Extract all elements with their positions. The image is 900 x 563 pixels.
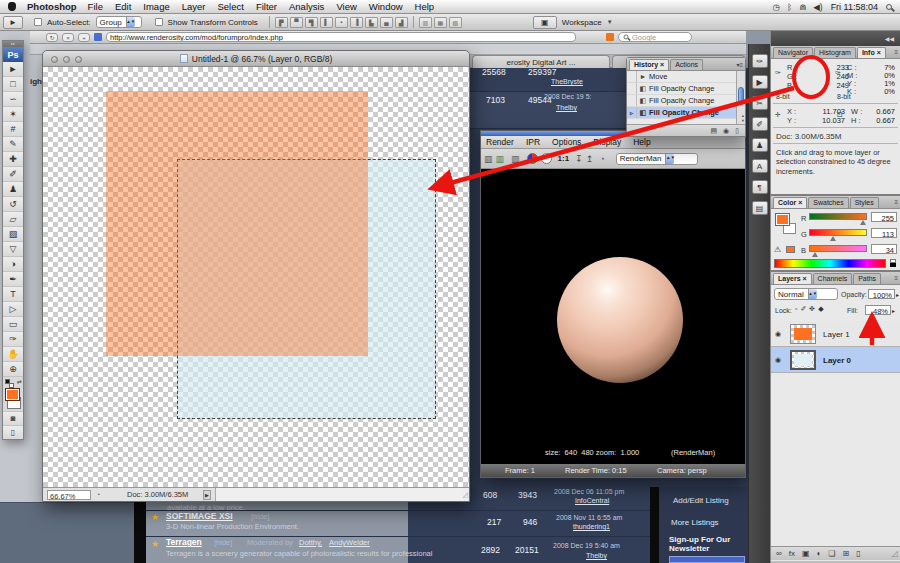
tab-swatches[interactable]: Swatches	[808, 197, 848, 208]
status-arrow-button[interactable]: ▶	[203, 490, 211, 500]
align-button[interactable]: ▄	[380, 17, 393, 28]
notes-tool[interactable]: ✑	[3, 332, 23, 347]
g-slider-thumb[interactable]	[830, 236, 836, 241]
layer0-thumbnail[interactable]	[790, 350, 816, 370]
align-button[interactable]: ▟	[395, 17, 408, 28]
layer-comps-panel-icon[interactable]: ▤	[752, 201, 768, 215]
panel-menu-icon[interactable]: ▾≡	[736, 61, 743, 68]
tab-layers[interactable]: Layers ×	[773, 273, 812, 284]
magic-wand-tool[interactable]: ✶	[3, 107, 23, 122]
sidebar-link-add-listing[interactable]: Add/Edit Listing	[673, 497, 729, 505]
history-brush-tool[interactable]: ↺	[3, 197, 23, 212]
r-slider[interactable]	[809, 213, 867, 220]
google-search-field[interactable]: Google	[618, 32, 692, 42]
auto-select-checkbox[interactable]	[34, 18, 42, 26]
url-field[interactable]: http://www.renderosity.com/mod/forumpro/…	[106, 32, 576, 42]
render-icon[interactable]: ▥	[484, 154, 493, 164]
panel-menu-icon[interactable]: ≡	[894, 49, 898, 55]
new-document-from-state-icon[interactable]: ▤	[710, 127, 717, 135]
panel-menu-icon[interactable]: ≡	[894, 275, 898, 281]
history-scrollbar[interactable]: ▴▾	[736, 71, 745, 124]
opacity-field[interactable]: 100%	[868, 289, 895, 299]
tab-color[interactable]: Color ×	[773, 197, 807, 208]
distribute-button[interactable]: ▥	[419, 17, 432, 28]
renderer-dropdown[interactable]: RenderMan▲▼	[616, 153, 698, 165]
zoom-level-field[interactable]: 66.67%	[47, 490, 91, 500]
quick-mask-button[interactable]: ◙	[3, 411, 23, 425]
link-layers-icon[interactable]: ∞	[776, 549, 782, 558]
document-titlebar[interactable]: Untitled-1 @ 66.7% (Layer 0, RGB/8)	[43, 51, 469, 67]
history-row[interactable]: ◧Fill Opacity Change	[627, 95, 745, 107]
menu-item[interactable]: Layer	[182, 1, 206, 12]
history-row[interactable]: ◧Fill Opacity Change	[627, 83, 745, 95]
new-layer-icon[interactable]: ⊞	[843, 549, 850, 558]
snapshot-well[interactable]	[627, 71, 637, 82]
b-slider[interactable]	[809, 245, 867, 252]
tool-presets-panel-icon[interactable]: ▶	[752, 75, 768, 89]
forum-title-link[interactable]: Terragen	[166, 538, 202, 547]
scroll-arrows-icon[interactable]: ▴▾	[742, 114, 744, 124]
visibility-eye-icon[interactable]: ◉	[775, 330, 781, 338]
paragraph-panel-icon[interactable]: ¶	[752, 180, 768, 194]
tab-history[interactable]: History ×	[629, 59, 669, 70]
menu-item[interactable]: File	[88, 1, 103, 12]
opacity-arrow-icon[interactable]: ▸	[896, 291, 899, 298]
screen-mode-button[interactable]: ▯	[3, 425, 23, 439]
resize-grip-icon[interactable]: ◿	[892, 550, 898, 558]
minimize-button[interactable]	[63, 56, 70, 63]
forum-author-link[interactable]: TheBryste	[551, 78, 583, 85]
healing-brush-tool[interactable]: ✚	[3, 152, 23, 167]
snapshot-well[interactable]	[627, 83, 637, 94]
render-menu-item[interactable]: Options	[552, 137, 581, 147]
workspace-icon-button[interactable]: ▣	[533, 16, 557, 29]
brush-tool[interactable]: ✐	[3, 167, 23, 182]
align-button[interactable]: ▐	[350, 17, 363, 28]
zoom-tool[interactable]: ⊕	[3, 362, 23, 377]
stamp-panel-icon[interactable]: ♟	[752, 138, 768, 152]
rss-icon[interactable]	[606, 33, 614, 41]
dodge-tool[interactable]: ◑	[3, 257, 23, 272]
crop-tool[interactable]: #	[3, 122, 23, 137]
newsletter-input[interactable]	[669, 556, 745, 563]
layer-row-0-selected[interactable]: ◉ Layer 0	[771, 347, 900, 373]
rgb-channels-icon[interactable]	[527, 153, 538, 164]
fill-arrow-icon[interactable]: ▸	[892, 307, 895, 314]
alpha-channel-icon[interactable]	[541, 153, 552, 164]
layer1-thumbnail[interactable]	[790, 324, 816, 344]
fill-field[interactable]: 48%	[865, 305, 891, 315]
bluetooth-icon[interactable]: ᛒ	[787, 2, 792, 12]
layer-row-1[interactable]: ◉ Layer 1	[771, 321, 900, 347]
g-value-field[interactable]: 113	[871, 228, 897, 238]
menu-item[interactable]: Analysis	[289, 1, 324, 12]
distribute-button[interactable]: ▧	[449, 17, 462, 28]
layer-group-icon[interactable]: ❏	[828, 549, 835, 558]
layer1-name[interactable]: Layer 1	[823, 330, 850, 339]
menu-item[interactable]: Image	[143, 1, 169, 12]
character-panel-icon[interactable]: A	[752, 159, 768, 173]
resize-grip-icon[interactable]: ◿	[463, 491, 468, 498]
align-button[interactable]: ▙	[365, 17, 378, 28]
shape-tool[interactable]: ▭	[3, 317, 23, 332]
path-select-tool[interactable]: ▷	[3, 302, 23, 317]
move-tool[interactable]: ►	[3, 62, 23, 77]
gamut-warning-icon[interactable]: ⚠	[774, 245, 781, 254]
tab-actions[interactable]: Actions	[670, 59, 703, 70]
tab-info[interactable]: Info ×	[857, 47, 886, 58]
render-menu-item[interactable]: Render	[486, 137, 514, 147]
spotlight-icon[interactable]	[886, 4, 892, 10]
tab-styles[interactable]: Styles	[850, 197, 879, 208]
distribute-button[interactable]: ▦	[434, 17, 447, 28]
align-button[interactable]: ▀	[290, 17, 303, 28]
b-value-field[interactable]: 34	[871, 244, 897, 254]
ipr-render-icon[interactable]: ▥	[496, 154, 505, 164]
delete-state-icon[interactable]: ▯	[735, 127, 739, 135]
layer0-name[interactable]: Layer 0	[823, 356, 851, 365]
tab-navigator[interactable]: Navigator	[773, 47, 813, 58]
menu-item[interactable]: Help	[415, 1, 435, 12]
pen-tool[interactable]: ✒	[3, 272, 23, 287]
current-tool-icon[interactable]: ►	[3, 16, 23, 29]
stats-pie-icon[interactable]: ◔	[599, 154, 604, 164]
close-button[interactable]	[51, 56, 58, 63]
collapse-dock-icon[interactable]: ◀◀	[885, 35, 894, 42]
clone-stamp-tool[interactable]: ♟	[3, 182, 23, 197]
